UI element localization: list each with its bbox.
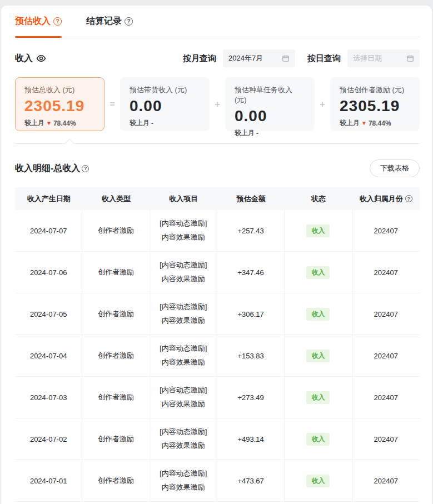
eye-icon[interactable]: [36, 53, 46, 63]
section-divider: [15, 143, 420, 144]
stat-cards-row: 预估总收入 (元) 2305.19 较上月 78.44% = 预估带货收入 (元…: [15, 77, 420, 131]
project-line2: 内容效果激励: [162, 441, 205, 450]
project-line2: 内容效果激励: [162, 275, 205, 283]
project-line1: [内容动态激励]: [160, 261, 207, 269]
cell-date: 2024-07-05: [15, 293, 82, 335]
card-label: 预估种草任务收入 (元): [235, 85, 305, 105]
cell-amount: +306.17: [217, 293, 285, 335]
project-line1: [内容动态激励]: [160, 344, 207, 352]
project-line1: [内容动态激励]: [160, 219, 207, 227]
card-label: 预估带货收入 (元): [130, 85, 200, 95]
cell-status: 收入: [285, 460, 352, 501]
tab-estimated-income-label: 预估收入: [15, 16, 51, 27]
card-total-income[interactable]: 预估总收入 (元) 2305.19 较上月 78.44%: [15, 77, 104, 131]
card-value: 0.00: [130, 97, 200, 115]
status-badge: 收入: [306, 308, 330, 321]
table-row: 2024-07-01 创作者激励 [内容动态激励]内容效果激励 +473.67 …: [15, 460, 420, 502]
card-value: 2305.19: [24, 97, 95, 115]
day-query-label: 按日查询: [307, 53, 341, 64]
table-row: 2024-07-07 创作者激励 [内容动态激励]内容效果激励 +257.43 …: [15, 210, 420, 252]
cell-status: 收入: [285, 418, 352, 460]
tab-settlement-records[interactable]: 结算记录: [86, 6, 133, 37]
cell-amount: +493.14: [217, 418, 285, 460]
down-triangle-icon: [46, 120, 52, 126]
download-table-button-label: 下载表格: [380, 163, 409, 173]
cell-amount: +257.43: [217, 210, 285, 251]
cell-month: 202407: [352, 377, 420, 418]
cell-type: 创作者激励: [82, 293, 150, 335]
cell-date: 2024-07-04: [15, 335, 82, 376]
card-compare: 较上月 -: [130, 118, 200, 128]
help-icon[interactable]: [53, 17, 62, 26]
project-line1: [内容动态激励]: [160, 469, 207, 477]
status-badge: 收入: [306, 350, 330, 362]
detail-section-title-label: 收入明细-总收入: [15, 163, 80, 174]
cell-type: 创作者激励: [82, 377, 150, 418]
card-task-income[interactable]: 预估种草任务收入 (元) 0.00 较上月 -: [225, 77, 315, 131]
cell-project: [内容动态激励]内容效果激励: [150, 377, 217, 418]
cell-project: [内容动态激励]内容效果激励: [150, 210, 217, 251]
tab-settlement-records-label: 结算记录: [86, 16, 122, 27]
card-goods-income[interactable]: 预估带货收入 (元) 0.00 较上月 -: [120, 77, 210, 131]
card-compare: 较上月 -: [235, 128, 305, 138]
cell-type: 创作者激励: [82, 252, 150, 293]
cell-status: 收入: [285, 252, 352, 293]
compare-label: 较上月: [340, 118, 360, 128]
cell-month: 202407: [352, 460, 420, 501]
card-compare: 较上月 78.44%: [24, 118, 95, 128]
cell-status: 收入: [285, 293, 352, 335]
cell-type: 创作者激励: [82, 335, 150, 376]
cell-date: 2024-07-07: [15, 210, 82, 251]
plus-operator: +: [315, 77, 330, 131]
day-picker-input[interactable]: 选择日期: [347, 49, 420, 67]
compare-delta: -: [256, 129, 258, 137]
divider-notch: [65, 139, 74, 148]
down-triangle-icon: [361, 120, 367, 126]
main-panel: 预估收入 结算记录 收入 按月查询 2024年7月 按日: [1, 6, 432, 504]
header-status: 状态: [285, 187, 352, 210]
compare-label: 较上月: [24, 118, 44, 128]
cell-date: 2024-07-02: [15, 418, 82, 460]
cell-amount: +473.67: [217, 460, 285, 501]
project-line1: [内容动态激励]: [160, 427, 207, 436]
cell-status: 收入: [285, 210, 352, 251]
help-icon[interactable]: [82, 165, 89, 172]
cell-date: 2024-07-06: [15, 252, 82, 293]
cell-status: 收入: [285, 335, 352, 376]
cell-month: 202407: [352, 252, 420, 293]
income-detail-table: 收入产生日期 收入类型 收入项目 预估金额 状态 收入归属月份 2024-07-…: [15, 187, 420, 502]
cell-project: [内容动态激励]内容效果激励: [150, 460, 217, 501]
card-value: 0.00: [235, 107, 305, 125]
project-line2: 内容效果激励: [162, 483, 205, 491]
plus-operator: +: [210, 77, 225, 131]
detail-section-title: 收入明细-总收入: [15, 163, 89, 174]
help-icon[interactable]: [125, 17, 133, 26]
table-header-row: 收入产生日期 收入类型 收入项目 预估金额 状态 收入归属月份: [15, 187, 420, 210]
equals-operator: =: [104, 77, 120, 131]
compare-label: 较上月: [130, 118, 150, 128]
header-amount: 预估金额: [217, 187, 285, 210]
project-line2: 内容效果激励: [162, 316, 205, 325]
tab-estimated-income[interactable]: 预估收入: [15, 6, 62, 37]
status-badge: 收入: [306, 433, 330, 446]
header-month-label: 收入归属月份: [360, 194, 403, 204]
cell-project: [内容动态激励]内容效果激励: [150, 252, 217, 293]
cell-type: 创作者激励: [82, 210, 150, 251]
cell-project: [内容动态激励]内容效果激励: [150, 293, 217, 335]
income-heading: 收入: [15, 53, 46, 64]
card-creator-incentive[interactable]: 预估创作者激励 (元) 2305.19 较上月 78.44%: [330, 77, 420, 131]
calendar-icon: [406, 54, 414, 62]
help-icon[interactable]: [405, 195, 412, 202]
project-line2: 内容效果激励: [162, 400, 205, 408]
status-badge: 收入: [306, 266, 330, 279]
cell-status: 收入: [285, 377, 352, 418]
download-table-button[interactable]: 下载表格: [370, 159, 420, 177]
cell-type: 创作者激励: [82, 460, 150, 501]
cell-amount: +273.49: [217, 377, 285, 418]
month-picker-input[interactable]: 2024年7月: [223, 49, 295, 67]
cell-month: 202407: [352, 335, 420, 376]
detail-section-header: 收入明细-总收入 下载表格: [15, 159, 420, 177]
cell-date: 2024-07-01: [15, 460, 82, 501]
project-line1: [内容动态激励]: [160, 386, 207, 394]
month-query-label: 按月查询: [183, 53, 216, 64]
